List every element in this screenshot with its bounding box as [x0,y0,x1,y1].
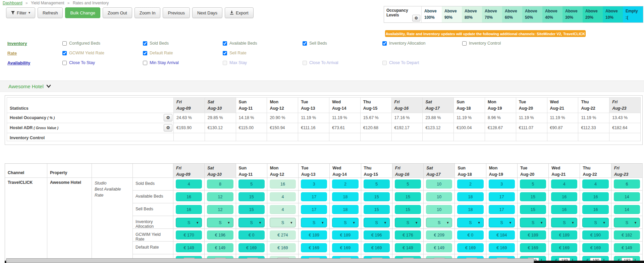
default-rate-pill[interactable]: € 169 [489,243,515,252]
sold-beds-pill[interactable]: 3 [301,179,327,189]
filter-checkbox[interactable] [143,51,147,55]
default-rate-pill[interactable]: € 149 [176,243,202,252]
inventory-allocation-select[interactable]: S▼ [395,218,421,227]
hotel-name-link[interactable]: Awesome Hotel [8,84,44,89]
available-beds-pill[interactable]: 15 [238,192,265,201]
default-rate-pill[interactable]: € 169 [301,243,327,252]
gcwim-yield-rate-pill[interactable]: € 274 [270,230,296,240]
sell-beds-pill[interactable]: 10 [426,205,452,214]
chevron-down-icon[interactable] [46,84,51,88]
default-rate-pill[interactable]: € 169 [551,243,577,252]
sell-beds-pill[interactable]: 16 [551,205,577,214]
inventory-allocation-select[interactable]: S▼ [270,218,296,227]
inventory-allocation-select[interactable]: S▼ [614,218,640,227]
previous-button[interactable]: Previous [163,7,190,18]
default-rate-pill[interactable]: € 149 [426,243,452,252]
default-rate-pill[interactable]: € 169 [332,243,358,252]
breadcrumb-link-dashboard[interactable]: Dashboard [3,1,22,5]
gcwim-yield-rate-pill[interactable]: € 189 [332,230,358,240]
gcwim-yield-rate-pill[interactable]: € 190 [582,230,608,240]
inventory-allocation-select[interactable]: S▼ [457,218,483,227]
default-rate-pill[interactable]: € 149 [395,243,421,252]
inventory-allocation-select[interactable]: S▼ [520,218,546,227]
available-beds-pill[interactable]: 16 [551,192,577,201]
inventory-allocation-select[interactable]: S▼ [551,218,577,227]
sold-beds-pill[interactable]: 8 [207,179,233,189]
sold-beds-pill[interactable]: 5 [520,179,546,189]
filter-button[interactable]: Filter ▾ [6,7,35,18]
sold-beds-pill[interactable]: 4 [551,179,577,189]
filter-checkbox[interactable] [143,41,147,46]
sold-beds-pill[interactable]: 5 [364,179,390,189]
inventory-allocation-select[interactable]: S▼ [582,218,608,227]
sold-beds-pill[interactable]: 5 [238,179,265,189]
available-beds-pill[interactable]: 18 [332,192,358,201]
settings-gear-button[interactable]: ⚙ [164,124,172,132]
sold-beds-pill[interactable]: 2 [332,179,358,189]
sold-beds-pill[interactable]: 10 [426,179,452,189]
sell-beds-pill[interactable]: 14 [614,205,640,214]
filter-checkbox[interactable] [143,61,147,65]
filter-group-link-rate[interactable]: Rate [7,51,17,56]
inventory-allocation-select[interactable]: S▼ [176,218,202,227]
sell-beds-pill[interactable]: 12 [207,205,233,214]
inventory-allocation-select[interactable]: S▼ [332,218,358,227]
horizontal-scrollbar-thumb[interactable] [6,258,534,263]
default-rate-pill[interactable]: € 149 [207,243,233,252]
inventory-allocation-select[interactable]: S▼ [426,218,452,227]
sell-beds-pill[interactable]: 15 [520,205,546,214]
gcwim-yield-rate-pill[interactable]: € 184 [489,230,515,240]
next-days-button[interactable]: Next Days [192,7,222,18]
filter-checkbox[interactable] [223,41,227,46]
gcwim-yield-rate-pill[interactable]: € 189 [551,230,577,240]
inventory-allocation-select[interactable]: S▼ [301,218,327,227]
filter-checkbox[interactable] [62,51,67,55]
filter-checkbox[interactable] [62,61,67,65]
gcwim-yield-rate-pill[interactable]: € 189 [520,230,546,240]
default-rate-pill[interactable]: € 169 [270,243,296,252]
filter-checkbox[interactable] [462,41,467,46]
default-rate-pill[interactable]: € 149 [614,243,640,252]
sell-beds-pill[interactable]: 16 [582,205,608,214]
filter-group-link-availability[interactable]: Availability [7,60,30,65]
available-beds-pill[interactable]: 10 [426,192,452,201]
sold-beds-pill[interactable]: 6 [614,179,640,189]
gcwim-yield-rate-pill[interactable]: € 182 [614,230,640,240]
default-rate-pill[interactable]: € 169 [364,243,390,252]
default-rate-pill[interactable]: € 169 [457,243,483,252]
available-beds-pill[interactable]: 17 [301,192,327,201]
gcwim-yield-rate-pill[interactable]: € 189 [301,230,327,240]
inventory-allocation-select[interactable]: S▼ [238,218,265,227]
inventory-allocation-select[interactable]: S▼ [364,218,390,227]
bulk-change-button[interactable]: Bulk Change [65,7,100,18]
filter-checkbox[interactable] [223,51,227,55]
inventory-allocation-select[interactable]: S▼ [207,218,233,227]
available-beds-pill[interactable]: 12 [207,192,233,201]
available-beds-pill[interactable]: 15 [395,192,421,201]
sell-beds-pill[interactable]: 15 [238,205,265,214]
sold-beds-pill[interactable]: 4 [176,179,202,189]
sell-beds-pill[interactable]: 16 [176,205,202,214]
available-beds-pill[interactable]: 15 [364,192,390,201]
default-rate-pill[interactable]: € 169 [520,243,546,252]
gcwim-yield-rate-pill[interactable]: € 0 [238,230,265,240]
sell-beds-pill[interactable]: 15 [364,205,390,214]
available-beds-pill[interactable]: 16 [176,192,202,201]
sold-beds-pill[interactable]: 16 [270,179,296,189]
sell-beds-pill[interactable]: 18 [457,205,483,214]
available-beds-pill[interactable]: 15 [520,192,546,201]
sell-beds-pill[interactable]: 17 [301,205,327,214]
refresh-button[interactable]: Refresh [38,7,63,18]
available-beds-pill[interactable]: 14 [614,192,640,201]
zoom-in-button[interactable]: Zoom In [135,7,161,18]
filter-checkbox[interactable] [62,41,67,46]
sold-beds-pill[interactable]: 2 [457,179,483,189]
available-beds-pill[interactable]: 17 [489,192,515,201]
gcwim-yield-rate-pill[interactable]: € 196 [207,230,233,240]
export-button[interactable]: Export [225,7,254,18]
gcwim-yield-rate-pill[interactable]: € 0 [457,230,483,240]
occupancy-legend-gear-button[interactable]: ⚙ [412,15,420,21]
sell-beds-pill[interactable]: 18 [332,205,358,214]
sold-beds-pill[interactable]: 3 [489,179,515,189]
available-beds-pill[interactable]: 4 [270,192,296,201]
